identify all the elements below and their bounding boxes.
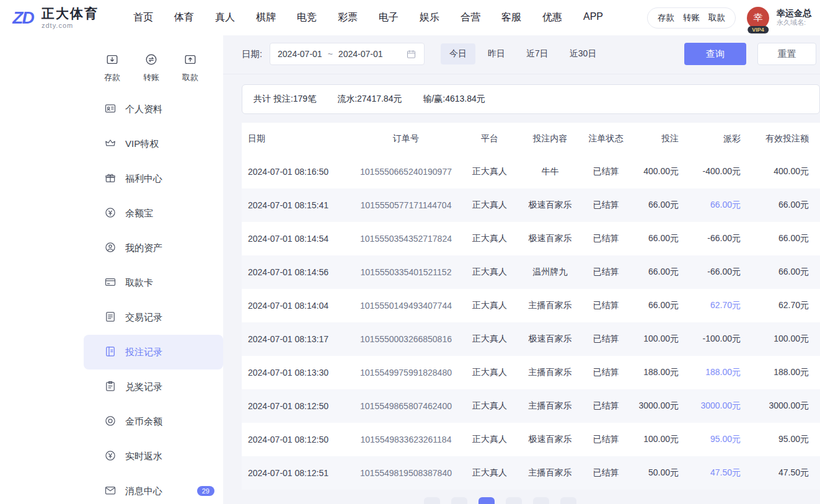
sidebar-item-transactions[interactable]: 交易记录: [84, 300, 223, 335]
sidebar-item-withdraw-card[interactable]: 取款卡: [84, 265, 223, 300]
quick-withdraw-button[interactable]: 取款: [182, 53, 198, 83]
vip-badge: VIP4: [747, 26, 769, 33]
user-domain-label: 永久域名:: [777, 19, 814, 27]
nav-item-0[interactable]: 首页: [133, 11, 153, 24]
quick-range-buttons: 今日昨日近7日近30日: [441, 43, 605, 64]
nav-item-9[interactable]: 客服: [501, 11, 521, 24]
table-header: 日期订单号平台投注内容注单状态投注派彩有效投注额: [242, 123, 820, 155]
sidebar-item-profile[interactable]: 个人资料: [84, 92, 223, 126]
reset-button[interactable]: 重置: [757, 43, 816, 65]
table-row: 2024-07-01 08:16:501015550665240190977正大…: [242, 155, 820, 188]
sidebar-item-welfare[interactable]: 福利中心: [84, 161, 223, 196]
cell-valid: 47.50元: [741, 467, 809, 479]
sidebar-item-assets[interactable]: 我的资产: [84, 231, 223, 265]
cell-date: 2024-07-01 08:13:17: [242, 334, 353, 344]
cell-payout: 3000.00元: [679, 400, 741, 412]
sidebar-item-label: 金币余额: [125, 416, 162, 428]
cell-status: 已结算: [580, 434, 632, 445]
brand-logo[interactable]: ZD 正大体育 zdty.com: [9, 6, 99, 30]
table-row: 2024-07-01 08:14:041015550149493407744正大…: [242, 289, 820, 322]
cell-date: 2024-07-01 08:13:30: [242, 368, 353, 378]
nav-item-6[interactable]: 电子: [379, 11, 399, 24]
sidebar-item-rebate[interactable]: 实时返水: [84, 439, 223, 474]
cell-payout: -66.00元: [679, 267, 741, 278]
cell-platform: 正大真人: [459, 367, 521, 378]
sidebar-item-coin-balance[interactable]: 金币余额: [84, 404, 223, 439]
assets-icon: [104, 241, 117, 255]
bets-icon: [104, 345, 117, 360]
date-range-input[interactable]: 2024-07-01 ~ 2024-07-01: [270, 43, 425, 65]
table-body: 2024-07-01 08:16:501015550665240190977正大…: [242, 155, 820, 490]
calendar-icon[interactable]: [406, 49, 417, 60]
avatar[interactable]: 幸 VIP4: [747, 7, 769, 29]
cell-order: 1015550335401521152: [353, 267, 459, 277]
nav-item-7[interactable]: 娱乐: [420, 11, 439, 24]
welfare-icon: [104, 172, 117, 186]
nav-item-3[interactable]: 棋牌: [256, 11, 276, 24]
summary-winloss: 输/赢:4613.84元: [423, 94, 485, 105]
transfer-icon: [144, 53, 158, 68]
cell-status: 已结算: [580, 166, 632, 177]
cell-date: 2024-07-01 08:14:54: [242, 234, 353, 244]
topbar-transfer-link[interactable]: 转账: [683, 12, 700, 24]
cell-order: 1015549833623261184: [353, 435, 459, 444]
cell-content: 主播百家乐: [521, 367, 580, 378]
table-row: 2024-07-01 08:12:501015549865807462400正大…: [242, 389, 820, 423]
nav-item-11[interactable]: APP: [583, 11, 603, 24]
page-button-4[interactable]: [533, 497, 549, 504]
logo-icon: ZD: [9, 6, 37, 30]
cell-content: 牛牛: [521, 166, 580, 177]
search-button[interactable]: 查询: [684, 43, 746, 65]
nav-item-1[interactable]: 体育: [174, 11, 194, 24]
quick-deposit-button[interactable]: 存款: [104, 53, 120, 83]
topbar-deposit-link[interactable]: 存款: [658, 12, 674, 24]
page-button-0[interactable]: [424, 497, 440, 504]
cell-date: 2024-07-01 08:12:50: [242, 401, 353, 411]
cell-bet: 50.00元: [632, 467, 679, 479]
nav-item-10[interactable]: 优惠: [542, 11, 562, 24]
page-button-3[interactable]: [506, 497, 522, 504]
cell-date: 2024-07-01 08:14:56: [242, 267, 353, 277]
quick-action-label: 存款: [104, 72, 120, 83]
column-payout: 派彩: [679, 133, 741, 144]
cell-order: 1015550149493407744: [353, 301, 459, 311]
cell-date: 2024-07-01 08:14:04: [242, 301, 353, 311]
nav-item-5[interactable]: 彩票: [338, 11, 358, 24]
sidebar-item-messages[interactable]: 消息中心29: [84, 474, 223, 504]
sidebar-item-redeem-records[interactable]: 兑奖记录: [84, 369, 223, 404]
nav-item-8[interactable]: 合营: [461, 11, 480, 24]
page-button-2[interactable]: [478, 497, 495, 504]
date-end-value: 2024-07-01: [338, 49, 383, 59]
filter-bar: 日期: 2024-07-01 ~ 2024-07-01 今日昨日近7日近30日 …: [223, 35, 820, 74]
sidebar-item-balance-treasure[interactable]: 余额宝: [84, 196, 223, 231]
nav-item-2[interactable]: 真人: [215, 11, 235, 24]
page-button-5[interactable]: [560, 497, 576, 504]
sidebar-item-bet-records[interactable]: 投注记录: [84, 335, 223, 369]
topbar-withdraw-link[interactable]: 取款: [708, 12, 725, 24]
sidebar-inner: 存款转账取款 个人资料VIP特权福利中心余额宝我的资产取款卡交易记录投注记录兑奖…: [84, 35, 223, 504]
nav-item-4[interactable]: 电竞: [297, 11, 317, 24]
cell-order: 1015550003266850816: [353, 334, 459, 344]
range-button-今日[interactable]: 今日: [441, 43, 475, 64]
pagination: [223, 497, 820, 504]
cell-status: 已结算: [580, 233, 632, 244]
table-row: 2024-07-01 08:14:541015550354352717824正大…: [242, 222, 820, 255]
cell-order: 1015550665240190977: [353, 167, 459, 177]
table-row: 2024-07-01 08:14:561015550335401521152正大…: [242, 255, 820, 289]
vip-icon: [104, 137, 117, 151]
cell-valid: 400.00元: [741, 166, 809, 177]
sidebar-item-vip[interactable]: VIP特权: [84, 126, 223, 161]
quick-transfer-button[interactable]: 转账: [143, 53, 159, 83]
cell-valid: 62.70元: [741, 300, 809, 311]
cell-status: 已结算: [580, 467, 632, 479]
cell-status: 已结算: [580, 200, 632, 211]
cell-content: 主播百家乐: [521, 300, 580, 311]
range-button-昨日[interactable]: 昨日: [479, 43, 514, 64]
page-button-1[interactable]: [451, 497, 467, 504]
range-button-近7日[interactable]: 近7日: [518, 43, 557, 64]
quick-action-label: 转账: [143, 72, 159, 83]
range-button-近30日[interactable]: 近30日: [561, 43, 606, 64]
table-row: 2024-07-01 08:13:171015550003266850816正大…: [242, 322, 820, 356]
cell-status: 已结算: [580, 400, 632, 412]
cell-bet: 66.00元: [632, 300, 679, 311]
